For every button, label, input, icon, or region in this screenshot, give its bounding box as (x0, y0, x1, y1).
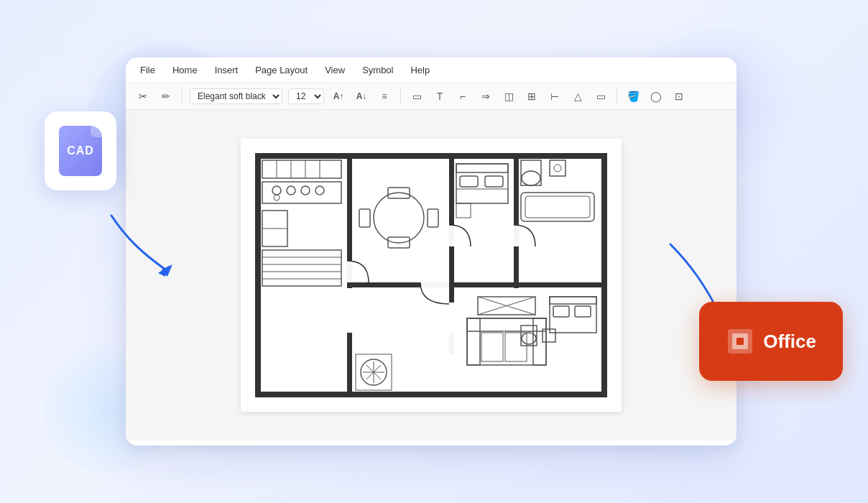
font-decrease-btn[interactable]: A↓ (353, 88, 370, 105)
page-tool[interactable]: ▭ (592, 88, 609, 105)
svg-rect-2 (255, 153, 607, 159)
svg-rect-3 (255, 392, 607, 397)
layers-tool[interactable]: ◫ (500, 88, 517, 105)
svg-rect-38 (485, 176, 503, 187)
toolbar-separator-3 (617, 89, 617, 103)
svg-rect-48 (467, 318, 546, 331)
crop-tool[interactable]: ⊡ (670, 88, 688, 105)
font-increase-btn[interactable]: A↑ (330, 88, 347, 105)
svg-rect-52 (505, 333, 527, 361)
menu-insert[interactable]: Insert (212, 63, 241, 77)
mountain-tool[interactable]: △ (569, 88, 586, 105)
svg-rect-12 (347, 261, 352, 282)
svg-rect-51 (481, 333, 503, 361)
svg-rect-60 (550, 297, 596, 304)
svg-point-57 (522, 333, 536, 344)
cad-label: CAD (67, 144, 94, 157)
svg-rect-59 (550, 297, 596, 333)
menu-help[interactable]: Help (407, 63, 433, 77)
office-icon: Office (699, 302, 843, 381)
toolbar-separator-1 (182, 89, 183, 103)
circle-tool[interactable]: ◯ (647, 88, 665, 105)
svg-rect-5 (601, 153, 607, 397)
menu-page-layout[interactable]: Page Layout (252, 63, 310, 77)
svg-rect-16 (449, 333, 454, 354)
rect-tool[interactable]: ▭ (408, 88, 425, 105)
svg-point-23 (272, 186, 281, 195)
svg-rect-49 (467, 318, 480, 365)
app-window: File Home Insert Page Layout View Symbol… (126, 57, 737, 446)
menu-home[interactable]: Home (170, 63, 200, 77)
svg-rect-17 (262, 160, 341, 178)
corner-tool[interactable]: ⌐ (454, 88, 471, 105)
font-size-selector[interactable]: 12 (288, 88, 324, 104)
office-label: Office (763, 331, 816, 353)
svg-rect-11 (347, 333, 352, 397)
svg-rect-34 (428, 209, 438, 227)
svg-rect-15 (514, 225, 519, 246)
svg-rect-69 (262, 250, 341, 286)
svg-point-26 (301, 186, 310, 195)
canvas-area[interactable] (126, 110, 737, 440)
svg-rect-4 (255, 153, 261, 397)
menu-symbol[interactable]: Symbol (359, 63, 396, 77)
svg-rect-61 (553, 306, 569, 317)
svg-rect-78 (737, 338, 744, 345)
svg-rect-33 (359, 209, 370, 227)
svg-rect-43 (550, 160, 565, 176)
table-tool[interactable]: ⊞ (523, 88, 540, 105)
svg-rect-45 (521, 193, 594, 221)
cad-file-shape: CAD (59, 126, 102, 176)
text-tool[interactable]: T (431, 88, 448, 105)
floor-plan-svg (241, 139, 622, 412)
svg-point-44 (554, 165, 561, 172)
svg-rect-40 (456, 203, 471, 218)
svg-point-24 (287, 186, 295, 195)
svg-rect-46 (525, 196, 590, 218)
pen-tool[interactable]: ✏ (157, 88, 175, 105)
svg-rect-36 (456, 164, 508, 172)
svg-rect-13 (420, 282, 449, 287)
svg-point-30 (374, 193, 424, 243)
svg-rect-8 (514, 159, 519, 288)
toolbar-separator-2 (400, 89, 401, 103)
cad-arrow (104, 208, 176, 283)
align-tool[interactable]: ≡ (376, 88, 393, 105)
menu-view[interactable]: View (322, 63, 348, 77)
svg-rect-35 (456, 164, 508, 203)
svg-rect-37 (460, 176, 478, 187)
svg-point-27 (315, 186, 324, 195)
cad-file-icon: CAD (45, 111, 116, 190)
svg-rect-14 (449, 225, 454, 246)
menu-file[interactable]: File (137, 63, 158, 77)
font-selector[interactable]: Elegant soft black (190, 88, 282, 104)
ruler-tool[interactable]: ⊢ (546, 88, 563, 105)
arrow-tool[interactable]: ⇒ (477, 88, 494, 105)
fill-tool[interactable]: 🪣 (624, 88, 642, 105)
menu-bar: File Home Insert Page Layout View Symbol… (126, 57, 737, 83)
office-logo-icon (726, 327, 754, 356)
svg-rect-10 (449, 282, 606, 287)
toolbar: ✂ ✏ Elegant soft black 12 A↑ A↓ ≡ ▭ T ⌐ … (126, 83, 737, 110)
svg-point-42 (522, 171, 540, 185)
svg-rect-62 (575, 306, 591, 317)
svg-point-25 (274, 195, 280, 200)
scissors-tool[interactable]: ✂ (134, 88, 152, 105)
